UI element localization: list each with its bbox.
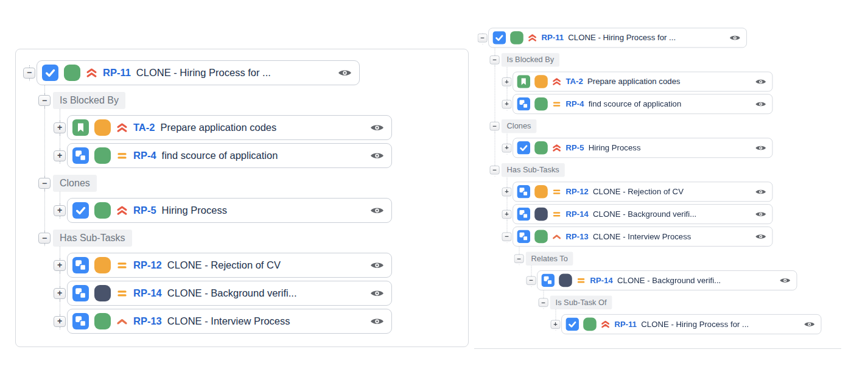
watch-eye-icon[interactable]	[370, 289, 384, 298]
issue-key[interactable]: RP-4	[565, 99, 584, 108]
status-square-green	[64, 65, 80, 81]
issue-key[interactable]: TA-2	[133, 122, 155, 133]
issue-key[interactable]: RP-11	[103, 67, 131, 79]
status-square-green	[534, 230, 548, 244]
issue-card-TA-2[interactable]: TA-2Prepare application codes	[513, 72, 772, 92]
link-type-label: Is Blocked By	[502, 53, 559, 66]
watch-eye-icon[interactable]	[370, 152, 384, 160]
watch-eye-icon[interactable]	[370, 317, 384, 326]
watch-eye-icon[interactable]	[338, 69, 352, 77]
link-type-label: Has Sub-Tasks	[53, 230, 132, 247]
subtask-type-icon	[517, 97, 530, 111]
collapse-button[interactable]: −	[38, 95, 51, 106]
status-square-orange	[94, 119, 111, 136]
watch-eye-icon[interactable]	[755, 100, 766, 107]
issue-card-RP-14[interactable]: RP-14CLONE - Background verifi...	[537, 270, 797, 290]
collapse-button[interactable]: −	[478, 33, 488, 42]
status-square-green	[534, 141, 548, 155]
issue-key[interactable]: RP-13	[133, 315, 162, 327]
collapse-button[interactable]: −	[527, 276, 536, 284]
issue-card-RP-11[interactable]: RP-11CLONE - Hiring Process for ...	[561, 314, 821, 334]
collapse-button[interactable]: −	[38, 178, 51, 189]
expand-button[interactable]: +	[502, 188, 512, 196]
expand-button[interactable]: +	[54, 316, 66, 327]
collapse-button[interactable]: −	[490, 55, 500, 64]
collapse-button[interactable]: −	[514, 255, 524, 263]
watch-eye-icon[interactable]	[755, 144, 766, 151]
priority-medium-icon	[116, 287, 128, 299]
issue-key[interactable]: RP-14	[590, 276, 612, 285]
expand-button[interactable]: +	[54, 122, 66, 133]
issue-card-RP-5[interactable]: RP-5Hiring Process	[513, 138, 772, 158]
issue-card-RP-4[interactable]: RP-4find scource of application	[67, 143, 392, 168]
issue-key[interactable]: TA-2	[565, 77, 583, 86]
issue-card-RP-5[interactable]: RP-5Hiring Process	[67, 198, 392, 223]
issue-summary: CLONE - Hiring Process for ...	[568, 33, 676, 42]
collapse-button[interactable]: −	[38, 233, 51, 244]
issue-key[interactable]: RP-13	[565, 232, 588, 241]
issue-key[interactable]: RP-12	[133, 259, 162, 271]
issue-card-RP-4[interactable]: RP-4find scource of application	[513, 94, 772, 114]
collapse-button[interactable]: −	[502, 232, 512, 241]
watch-eye-icon[interactable]	[755, 211, 766, 217]
priority-highest-icon	[601, 320, 610, 329]
issue-card-RP-14[interactable]: RP-14CLONE - Background verifi...	[67, 281, 392, 306]
issue-key[interactable]: RP-14	[133, 287, 162, 299]
issue-summary: find scource of application	[589, 99, 682, 108]
issue-key[interactable]: RP-5	[565, 143, 584, 152]
watch-eye-icon[interactable]	[370, 206, 384, 215]
issue-key[interactable]: RP-5	[133, 205, 156, 216]
issue-summary: Prepare application codes	[587, 77, 681, 86]
subtask-type-icon	[72, 313, 89, 329]
expand-button[interactable]: +	[54, 260, 66, 271]
priority-medium-icon	[552, 209, 561, 219]
priority-medium-icon	[552, 99, 561, 108]
watch-eye-icon[interactable]	[804, 321, 815, 328]
issue-card-RP-14[interactable]: RP-14CLONE - Background verifi...	[513, 204, 772, 224]
watch-eye-icon[interactable]	[755, 78, 766, 85]
expand-button[interactable]: +	[54, 205, 66, 216]
watch-eye-icon[interactable]	[780, 277, 791, 284]
collapse-button[interactable]: −	[23, 68, 35, 79]
watch-eye-icon[interactable]	[370, 261, 384, 270]
issue-card-RP-12[interactable]: RP-12CLONE - Rejection of CV	[67, 253, 392, 278]
expand-button[interactable]: +	[502, 100, 512, 108]
expand-button[interactable]: +	[502, 209, 512, 218]
left-tree: −RP-11CLONE - Hiring Process for ...−Is …	[16, 49, 468, 347]
priority-highest-icon	[552, 143, 561, 152]
expand-button[interactable]: +	[54, 150, 66, 161]
issue-summary: Hiring Process	[589, 143, 641, 152]
expand-button[interactable]: +	[54, 288, 66, 299]
issue-card-RP-13[interactable]: RP-13CLONE - Interview Process	[67, 309, 392, 334]
status-square-green	[510, 31, 523, 44]
issue-summary: Hiring Process	[162, 205, 227, 216]
status-square-navy	[94, 285, 111, 301]
task-type-icon	[517, 141, 530, 155]
watch-eye-icon[interactable]	[370, 124, 384, 132]
issue-key[interactable]: RP-11	[614, 320, 637, 329]
link-type-label: Is Blocked By	[53, 92, 125, 109]
issue-card-RP-11[interactable]: RP-11CLONE - Hiring Process for ...	[37, 60, 360, 85]
issue-key[interactable]: RP-12	[565, 187, 588, 196]
status-square-navy	[559, 274, 572, 287]
collapse-button[interactable]: −	[490, 122, 500, 130]
priority-highest-icon	[86, 67, 97, 79]
watch-eye-icon[interactable]	[755, 233, 766, 240]
issue-card-RP-13[interactable]: RP-13CLONE - Interview Process	[513, 227, 772, 247]
issue-card-RP-12[interactable]: RP-12CLONE - Rejection of CV	[513, 181, 772, 202]
expand-button[interactable]: +	[502, 77, 512, 86]
right-tree-panel: −RP-11CLONE - Hiring Process for ...−Is …	[472, 22, 824, 350]
task-type-icon	[72, 202, 89, 219]
collapse-button[interactable]: −	[539, 298, 548, 307]
expand-button[interactable]: +	[551, 320, 561, 328]
issue-key[interactable]: RP-4	[133, 150, 156, 161]
watch-eye-icon[interactable]	[755, 188, 766, 195]
issue-link-tree-view: −RP-11CLONE - Hiring Process for ...−Is …	[0, 0, 868, 380]
issue-key[interactable]: RP-11	[541, 33, 564, 42]
expand-button[interactable]: +	[502, 144, 512, 152]
issue-card-TA-2[interactable]: TA-2Prepare application codes	[67, 115, 392, 140]
collapse-button[interactable]: −	[490, 166, 500, 174]
watch-eye-icon[interactable]	[729, 34, 740, 41]
issue-card-RP-11[interactable]: RP-11CLONE - Hiring Process for ...	[488, 28, 747, 48]
issue-key[interactable]: RP-14	[565, 209, 588, 219]
